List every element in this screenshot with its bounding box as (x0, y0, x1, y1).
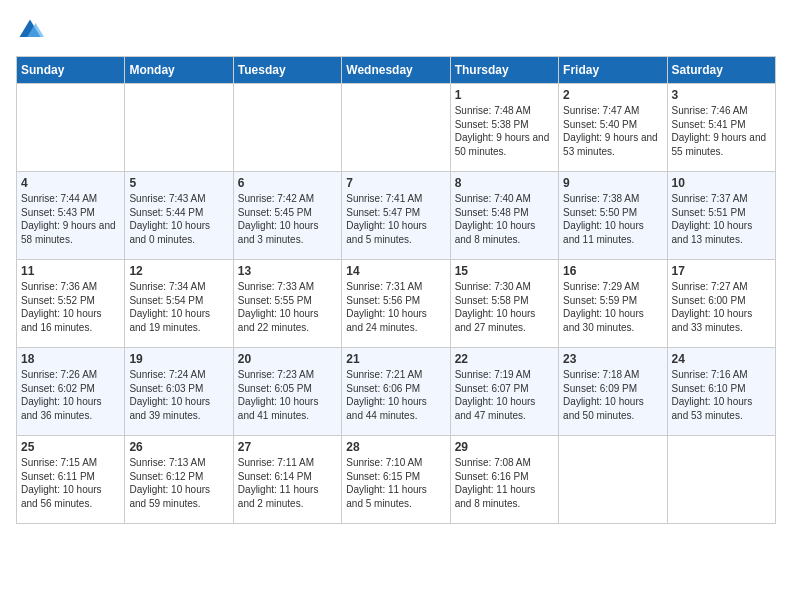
calendar-cell: 18Sunrise: 7:26 AM Sunset: 6:02 PM Dayli… (17, 348, 125, 436)
calendar-cell: 23Sunrise: 7:18 AM Sunset: 6:09 PM Dayli… (559, 348, 667, 436)
calendar-cell (125, 84, 233, 172)
day-number: 7 (346, 176, 445, 190)
day-info: Sunrise: 7:19 AM Sunset: 6:07 PM Dayligh… (455, 368, 554, 422)
day-number: 11 (21, 264, 120, 278)
day-info: Sunrise: 7:08 AM Sunset: 6:16 PM Dayligh… (455, 456, 554, 510)
day-number: 15 (455, 264, 554, 278)
calendar-cell: 6Sunrise: 7:42 AM Sunset: 5:45 PM Daylig… (233, 172, 341, 260)
calendar-body: 1Sunrise: 7:48 AM Sunset: 5:38 PM Daylig… (17, 84, 776, 524)
day-header: Friday (559, 57, 667, 84)
calendar-cell: 28Sunrise: 7:10 AM Sunset: 6:15 PM Dayli… (342, 436, 450, 524)
day-number: 13 (238, 264, 337, 278)
day-info: Sunrise: 7:10 AM Sunset: 6:15 PM Dayligh… (346, 456, 445, 510)
day-info: Sunrise: 7:27 AM Sunset: 6:00 PM Dayligh… (672, 280, 771, 334)
calendar-cell: 11Sunrise: 7:36 AM Sunset: 5:52 PM Dayli… (17, 260, 125, 348)
calendar-cell: 27Sunrise: 7:11 AM Sunset: 6:14 PM Dayli… (233, 436, 341, 524)
calendar-cell: 7Sunrise: 7:41 AM Sunset: 5:47 PM Daylig… (342, 172, 450, 260)
logo (16, 16, 48, 44)
calendar-header-row: SundayMondayTuesdayWednesdayThursdayFrid… (17, 57, 776, 84)
calendar-cell: 10Sunrise: 7:37 AM Sunset: 5:51 PM Dayli… (667, 172, 775, 260)
day-number: 17 (672, 264, 771, 278)
day-info: Sunrise: 7:13 AM Sunset: 6:12 PM Dayligh… (129, 456, 228, 510)
day-header: Wednesday (342, 57, 450, 84)
calendar-cell: 4Sunrise: 7:44 AM Sunset: 5:43 PM Daylig… (17, 172, 125, 260)
day-number: 18 (21, 352, 120, 366)
day-number: 8 (455, 176, 554, 190)
logo-icon (16, 16, 44, 44)
day-number: 22 (455, 352, 554, 366)
day-number: 27 (238, 440, 337, 454)
calendar-cell: 25Sunrise: 7:15 AM Sunset: 6:11 PM Dayli… (17, 436, 125, 524)
calendar-week-row: 4Sunrise: 7:44 AM Sunset: 5:43 PM Daylig… (17, 172, 776, 260)
calendar-week-row: 25Sunrise: 7:15 AM Sunset: 6:11 PM Dayli… (17, 436, 776, 524)
day-info: Sunrise: 7:31 AM Sunset: 5:56 PM Dayligh… (346, 280, 445, 334)
day-info: Sunrise: 7:24 AM Sunset: 6:03 PM Dayligh… (129, 368, 228, 422)
day-number: 12 (129, 264, 228, 278)
day-number: 28 (346, 440, 445, 454)
calendar-cell: 13Sunrise: 7:33 AM Sunset: 5:55 PM Dayli… (233, 260, 341, 348)
calendar-week-row: 11Sunrise: 7:36 AM Sunset: 5:52 PM Dayli… (17, 260, 776, 348)
day-number: 20 (238, 352, 337, 366)
day-info: Sunrise: 7:15 AM Sunset: 6:11 PM Dayligh… (21, 456, 120, 510)
calendar-cell: 20Sunrise: 7:23 AM Sunset: 6:05 PM Dayli… (233, 348, 341, 436)
calendar-cell: 5Sunrise: 7:43 AM Sunset: 5:44 PM Daylig… (125, 172, 233, 260)
day-info: Sunrise: 7:44 AM Sunset: 5:43 PM Dayligh… (21, 192, 120, 246)
day-info: Sunrise: 7:23 AM Sunset: 6:05 PM Dayligh… (238, 368, 337, 422)
day-number: 10 (672, 176, 771, 190)
day-info: Sunrise: 7:43 AM Sunset: 5:44 PM Dayligh… (129, 192, 228, 246)
calendar-cell: 29Sunrise: 7:08 AM Sunset: 6:16 PM Dayli… (450, 436, 558, 524)
calendar-cell: 21Sunrise: 7:21 AM Sunset: 6:06 PM Dayli… (342, 348, 450, 436)
day-info: Sunrise: 7:21 AM Sunset: 6:06 PM Dayligh… (346, 368, 445, 422)
day-number: 14 (346, 264, 445, 278)
day-info: Sunrise: 7:38 AM Sunset: 5:50 PM Dayligh… (563, 192, 662, 246)
calendar-cell: 2Sunrise: 7:47 AM Sunset: 5:40 PM Daylig… (559, 84, 667, 172)
day-info: Sunrise: 7:18 AM Sunset: 6:09 PM Dayligh… (563, 368, 662, 422)
calendar-cell: 9Sunrise: 7:38 AM Sunset: 5:50 PM Daylig… (559, 172, 667, 260)
calendar-cell: 24Sunrise: 7:16 AM Sunset: 6:10 PM Dayli… (667, 348, 775, 436)
day-info: Sunrise: 7:33 AM Sunset: 5:55 PM Dayligh… (238, 280, 337, 334)
calendar-cell: 17Sunrise: 7:27 AM Sunset: 6:00 PM Dayli… (667, 260, 775, 348)
calendar-cell (342, 84, 450, 172)
calendar-cell: 8Sunrise: 7:40 AM Sunset: 5:48 PM Daylig… (450, 172, 558, 260)
day-info: Sunrise: 7:47 AM Sunset: 5:40 PM Dayligh… (563, 104, 662, 158)
day-header: Monday (125, 57, 233, 84)
calendar-cell: 19Sunrise: 7:24 AM Sunset: 6:03 PM Dayli… (125, 348, 233, 436)
day-info: Sunrise: 7:11 AM Sunset: 6:14 PM Dayligh… (238, 456, 337, 510)
day-number: 26 (129, 440, 228, 454)
calendar-week-row: 18Sunrise: 7:26 AM Sunset: 6:02 PM Dayli… (17, 348, 776, 436)
calendar-cell (17, 84, 125, 172)
day-header: Saturday (667, 57, 775, 84)
day-number: 19 (129, 352, 228, 366)
day-number: 21 (346, 352, 445, 366)
day-number: 23 (563, 352, 662, 366)
day-number: 25 (21, 440, 120, 454)
calendar-cell: 16Sunrise: 7:29 AM Sunset: 5:59 PM Dayli… (559, 260, 667, 348)
calendar-cell (667, 436, 775, 524)
day-number: 4 (21, 176, 120, 190)
day-info: Sunrise: 7:29 AM Sunset: 5:59 PM Dayligh… (563, 280, 662, 334)
day-info: Sunrise: 7:37 AM Sunset: 5:51 PM Dayligh… (672, 192, 771, 246)
day-number: 29 (455, 440, 554, 454)
calendar-cell: 22Sunrise: 7:19 AM Sunset: 6:07 PM Dayli… (450, 348, 558, 436)
day-number: 2 (563, 88, 662, 102)
day-header: Tuesday (233, 57, 341, 84)
day-number: 6 (238, 176, 337, 190)
day-header: Sunday (17, 57, 125, 84)
day-info: Sunrise: 7:34 AM Sunset: 5:54 PM Dayligh… (129, 280, 228, 334)
calendar-cell (233, 84, 341, 172)
day-info: Sunrise: 7:26 AM Sunset: 6:02 PM Dayligh… (21, 368, 120, 422)
calendar-table: SundayMondayTuesdayWednesdayThursdayFrid… (16, 56, 776, 524)
calendar-cell: 15Sunrise: 7:30 AM Sunset: 5:58 PM Dayli… (450, 260, 558, 348)
calendar-cell: 1Sunrise: 7:48 AM Sunset: 5:38 PM Daylig… (450, 84, 558, 172)
day-info: Sunrise: 7:48 AM Sunset: 5:38 PM Dayligh… (455, 104, 554, 158)
day-info: Sunrise: 7:46 AM Sunset: 5:41 PM Dayligh… (672, 104, 771, 158)
day-info: Sunrise: 7:36 AM Sunset: 5:52 PM Dayligh… (21, 280, 120, 334)
day-number: 9 (563, 176, 662, 190)
day-number: 1 (455, 88, 554, 102)
day-header: Thursday (450, 57, 558, 84)
day-number: 5 (129, 176, 228, 190)
calendar-cell (559, 436, 667, 524)
calendar-cell: 14Sunrise: 7:31 AM Sunset: 5:56 PM Dayli… (342, 260, 450, 348)
day-number: 16 (563, 264, 662, 278)
day-number: 24 (672, 352, 771, 366)
